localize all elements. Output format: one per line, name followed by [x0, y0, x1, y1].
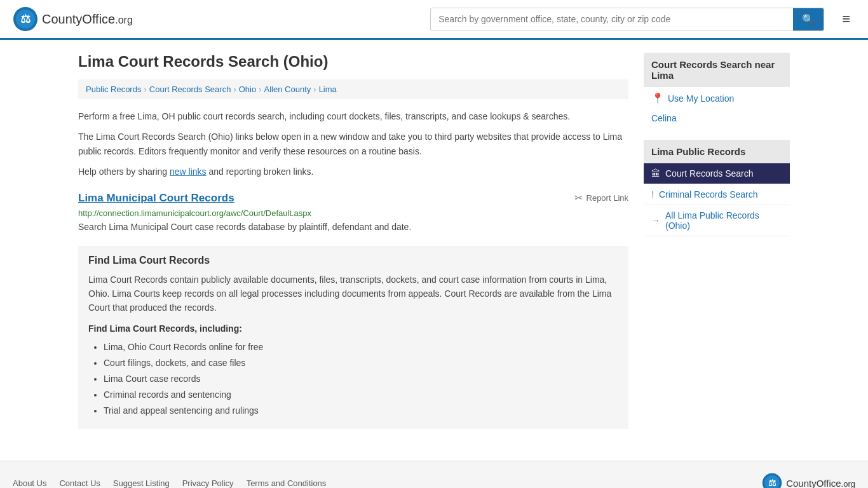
main-container: Lima Court Records Search (Ohio) Public …	[65, 40, 803, 442]
find-section-body: Lima Court Records contain publicly avai…	[88, 273, 618, 315]
record-url: http://connection.limamunicipalcourt.org…	[78, 208, 628, 218]
find-list: Lima, Ohio Court Records online for free…	[88, 341, 618, 417]
footer-logo-icon: ⚖	[762, 473, 782, 488]
page-title: Lima Court Records Search (Ohio)	[78, 53, 628, 71]
find-list-item: Trial and appeal sentencing and rulings	[104, 404, 618, 417]
record-link-box: Lima Municipal Court Records ✂ Report Li…	[78, 192, 628, 232]
footer-logo: ⚖ CountyOffice.org	[762, 473, 855, 488]
sidebar-item-link-1[interactable]: Criminal Records Search	[659, 189, 758, 200]
sidebar-item-0[interactable]: 🏛Court Records Search	[644, 163, 790, 184]
footer-links: About UsContact UsSuggest ListingPrivacy…	[13, 478, 326, 488]
use-location-item: 📍 Use My Location	[644, 87, 790, 109]
intro-text-2: The Lima Court Records Search (Ohio) lin…	[78, 130, 628, 158]
footer-link[interactable]: About Us	[13, 478, 46, 488]
sidebar-item-icon: →	[651, 215, 660, 226]
sidebar: Court Records Search near Lima 📍 Use My …	[644, 53, 790, 429]
find-list-item: Lima Court case records	[104, 372, 618, 386]
intro-text-3: Help others by sharing new links and rep…	[78, 165, 628, 179]
report-link-button[interactable]: ✂ Report Link	[574, 192, 628, 204]
footer-link[interactable]: Suggest Listing	[113, 478, 170, 488]
footer-logo-text: CountyOffice.org	[786, 478, 855, 488]
sidebar-item-1[interactable]: !Criminal Records Search	[644, 184, 790, 205]
record-link-header: Lima Municipal Court Records ✂ Report Li…	[78, 192, 628, 205]
breadcrumb-allen-county[interactable]: Allen County	[264, 85, 311, 94]
record-link-title[interactable]: Lima Municipal Court Records	[78, 192, 234, 205]
find-list-item: Court filings, dockets, and case files	[104, 356, 618, 370]
sidebar-item-2[interactable]: →All Lima Public Records (Ohio)	[644, 205, 790, 236]
sidebar-public-records-header: Lima Public Records	[644, 140, 790, 163]
breadcrumb-public-records[interactable]: Public Records	[86, 85, 141, 94]
footer-link[interactable]: Terms and Conditions	[247, 478, 327, 488]
search-bar: 🔍	[430, 8, 824, 31]
content-area: Lima Court Records Search (Ohio) Public …	[78, 53, 628, 429]
breadcrumb: Public Records › Court Records Search › …	[78, 79, 628, 99]
record-desc: Search Lima Municipal Court case records…	[78, 222, 628, 232]
sidebar-item-link-2[interactable]: All Lima Public Records (Ohio)	[665, 210, 782, 231]
search-input[interactable]	[431, 9, 793, 29]
sidebar-item-icon: !	[651, 189, 654, 200]
breadcrumb-ohio[interactable]: Ohio	[239, 85, 256, 94]
location-pin-icon: 📍	[651, 92, 664, 104]
sidebar-nearby-celina: Celina	[644, 109, 790, 127]
menu-button[interactable]: ≡	[837, 10, 855, 29]
svg-text:⚖: ⚖	[20, 13, 31, 25]
find-section: Find Lima Court Records Lima Court Recor…	[78, 246, 628, 430]
footer-link[interactable]: Privacy Policy	[182, 478, 234, 488]
find-section-title: Find Lima Court Records	[88, 255, 618, 266]
breadcrumb-lima[interactable]: Lima	[319, 85, 337, 94]
sidebar-item-icon: 🏛	[651, 168, 660, 179]
sidebar-item-link-0[interactable]: Court Records Search	[665, 168, 754, 179]
site-header: ⚖ CountyOffice.org 🔍 ≡	[0, 0, 868, 40]
sidebar-nearby-section: Court Records Search near Lima 📍 Use My …	[644, 53, 790, 127]
celina-link[interactable]: Celina	[651, 113, 677, 123]
site-footer: About UsContact UsSuggest ListingPrivacy…	[0, 461, 868, 488]
report-icon: ✂	[574, 192, 583, 204]
find-list-item: Lima, Ohio Court Records online for free	[104, 341, 618, 354]
new-links-link[interactable]: new links	[170, 166, 207, 177]
site-logo[interactable]: ⚖ CountyOffice.org	[13, 6, 133, 32]
use-location-link[interactable]: Use My Location	[668, 93, 734, 104]
logo-text: CountyOffice.org	[42, 12, 133, 27]
sidebar-public-records-section: Lima Public Records 🏛Court Records Searc…	[644, 140, 790, 236]
including-title: Find Lima Court Records, including:	[88, 322, 618, 336]
intro-text-1: Perform a free Lima, OH public court rec…	[78, 109, 628, 123]
footer-link[interactable]: Contact Us	[59, 478, 100, 488]
search-button[interactable]: 🔍	[793, 8, 824, 30]
sidebar-nearby-header: Court Records Search near Lima	[644, 53, 790, 87]
breadcrumb-court-records-search[interactable]: Court Records Search	[149, 85, 231, 94]
find-list-item: Criminal records and sentencing	[104, 388, 618, 402]
svg-text:⚖: ⚖	[768, 478, 776, 488]
logo-icon: ⚖	[13, 6, 38, 32]
